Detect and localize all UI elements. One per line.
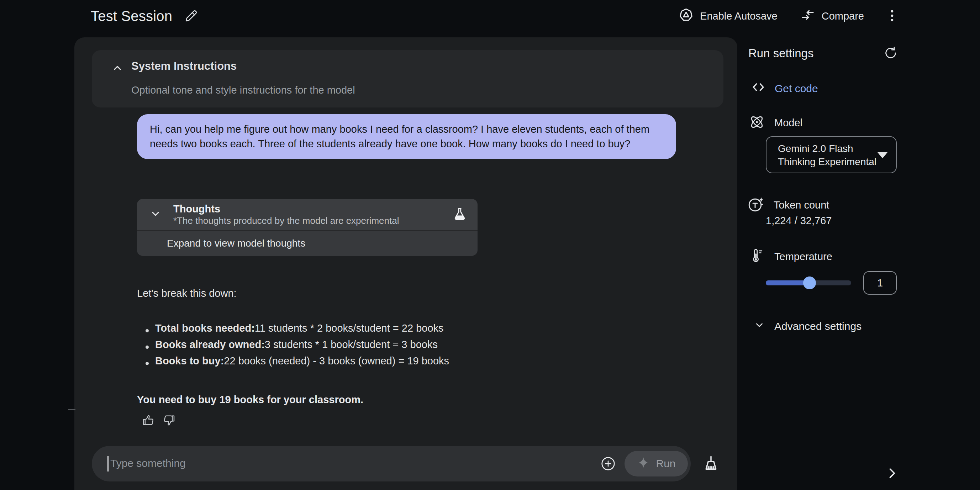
enable-autosave-button[interactable]: Enable Autosave <box>676 7 780 25</box>
run-settings-title: Run settings <box>748 47 813 60</box>
system-instructions-title: System Instructions <box>131 60 237 73</box>
thoughts-header[interactable]: Thoughts *The thoughts produced by the m… <box>137 199 477 230</box>
code-icon <box>751 80 766 97</box>
bullet-icon <box>146 345 149 349</box>
dropdown-arrow-icon <box>878 152 888 160</box>
token-count-icon <box>747 196 764 214</box>
thoughts-expand-row[interactable]: Expand to view model thoughts <box>137 231 477 256</box>
scrollbar-mark[interactable] <box>68 409 75 410</box>
flask-icon <box>452 207 468 223</box>
page-title: Test Session <box>91 8 172 24</box>
token-count-label: Token count <box>773 199 829 211</box>
user-message-bubble: Hi, can you help me figure out how many … <box>137 114 676 159</box>
model-value-line1: Gemini 2.0 Flash <box>778 142 877 155</box>
advanced-settings-label: Advanced settings <box>774 320 862 332</box>
list-item: Total books needed: 11 students * 2 book… <box>137 322 449 339</box>
response-conclusion: You need to buy 19 books for your classr… <box>137 391 363 408</box>
system-instructions-panel[interactable]: System Instructions Optional tone and st… <box>92 50 724 107</box>
run-label: Run <box>656 458 675 470</box>
sparkle-icon <box>636 456 650 472</box>
thumb-down-icon <box>162 413 176 428</box>
plus-circle-icon <box>600 456 616 473</box>
temperature-slider[interactable] <box>766 276 851 290</box>
compare-label: Compare <box>822 10 864 22</box>
token-count-value: 1,224 / 32,767 <box>766 215 832 227</box>
compare-button[interactable]: Compare <box>798 7 866 25</box>
add-media-button[interactable] <box>600 456 616 473</box>
prompt-input[interactable]: Type something Run <box>92 446 691 482</box>
bullet-bold-text: Books already owned: <box>155 339 265 350</box>
run-settings-header: Run settings <box>748 42 898 65</box>
bullet-rest-text: 22 books (needed) - 3 books (owned) = 19… <box>224 355 449 367</box>
enable-autosave-label: Enable Autosave <box>700 10 778 22</box>
thumb-up-button[interactable] <box>141 413 156 428</box>
get-code-label: Get code <box>775 83 818 95</box>
response-bullet-list: Total books needed: 11 students * 2 book… <box>137 322 449 372</box>
edit-title-button[interactable] <box>185 8 199 24</box>
thumb-down-button[interactable] <box>162 413 176 428</box>
bullet-bold-text: Total books needed: <box>155 322 255 334</box>
app-root: Test Session Enable Autosave <box>0 0 980 490</box>
chevron-down-icon <box>753 318 766 334</box>
bullet-rest-text: 11 students * 2 books/student = 22 books <box>255 322 444 334</box>
slider-thumb[interactable] <box>803 277 816 289</box>
chevron-down-icon <box>148 207 162 223</box>
thoughts-panel: Thoughts *The thoughts produced by the m… <box>137 199 477 256</box>
temperature-label: Temperature <box>774 251 832 262</box>
thermometer-icon <box>749 248 765 266</box>
text-cursor <box>107 456 108 471</box>
thumb-up-icon <box>141 413 156 428</box>
model-label: Model <box>774 117 802 129</box>
thoughts-titles: Thoughts *The thoughts produced by the m… <box>173 203 399 226</box>
get-code-button[interactable]: Get code <box>748 79 820 98</box>
model-value-line2: Thinking Experimental <box>778 155 877 168</box>
feedback-buttons <box>141 413 176 428</box>
top-bar: Test Session <box>91 0 199 32</box>
pencil-icon <box>185 8 199 24</box>
temperature-row: Temperature <box>749 248 832 266</box>
model-row: Model <box>749 114 802 132</box>
chevron-up-icon <box>110 61 124 76</box>
list-item: Books to buy: 22 books (needed) - 3 book… <box>137 355 449 372</box>
model-icon <box>749 114 765 132</box>
list-item: Books already owned: 3 students * 1 book… <box>137 339 449 355</box>
refresh-icon <box>883 46 898 62</box>
more-options-button[interactable] <box>885 8 900 24</box>
chat-panel: System Instructions Optional tone and st… <box>74 37 737 490</box>
collapse-panel-button[interactable] <box>884 465 900 482</box>
thoughts-title: Thoughts <box>173 203 399 215</box>
clear-chat-button[interactable] <box>702 454 720 474</box>
top-actions: Enable Autosave Compare <box>676 0 900 32</box>
autosave-icon <box>679 8 694 25</box>
temperature-value-box[interactable]: 1 <box>863 271 897 294</box>
advanced-settings-toggle[interactable]: Advanced settings <box>751 318 864 334</box>
bullet-icon <box>146 362 149 365</box>
system-instructions-placeholder[interactable]: Optional tone and style instructions for… <box>131 84 355 96</box>
temperature-value: 1 <box>877 277 883 289</box>
model-select[interactable]: Gemini 2.0 Flash Thinking Experimental <box>766 136 897 173</box>
model-value: Gemini 2.0 Flash Thinking Experimental <box>778 142 877 168</box>
bullet-icon <box>146 329 149 332</box>
thoughts-disclaimer: *The thoughts produced by the model are … <box>173 215 399 226</box>
bullet-bold-text: Books to buy: <box>155 355 224 367</box>
user-message-text: Hi, can you help me figure out how many … <box>150 124 649 150</box>
response-intro: Let's break this down: <box>137 285 237 301</box>
compare-arrows-icon <box>800 8 815 25</box>
prompt-placeholder: Type something <box>110 457 186 469</box>
chevron-right-icon <box>884 465 900 482</box>
more-vert-icon <box>885 8 900 24</box>
run-button[interactable]: Run <box>625 451 688 476</box>
thoughts-expand-label: Expand to view model thoughts <box>167 238 305 249</box>
broom-icon <box>702 454 720 474</box>
token-count-row: Token count <box>747 196 829 214</box>
reset-settings-button[interactable] <box>883 46 898 62</box>
bullet-rest-text: 3 students * 1 book/student = 3 books <box>265 339 438 350</box>
